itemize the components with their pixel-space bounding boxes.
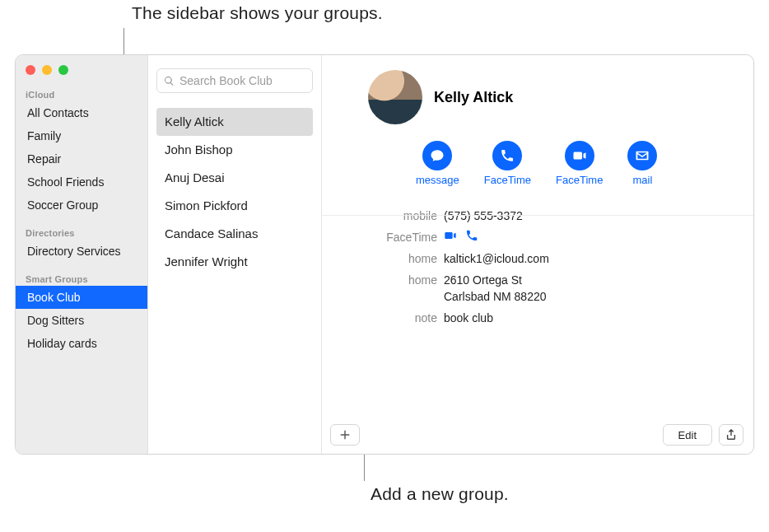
facetime-audio-button[interactable]: FaceTime (484, 141, 531, 186)
search-placeholder: Search Book Club (179, 74, 273, 87)
sidebar-item-holiday-cards[interactable]: Holiday cards (16, 332, 147, 355)
phone-icon (500, 148, 515, 163)
contact-detail-pane: Kelly Altick message FaceTime FaceTime m… (322, 55, 753, 454)
message-icon (430, 148, 445, 163)
mail-icon (635, 148, 650, 163)
close-icon[interactable] (26, 65, 35, 75)
contacts-list: Kelly Altick John Bishop Anuj Desai Simo… (156, 108, 313, 276)
detail-bottom-bar: Edit (330, 424, 743, 446)
groups-sidebar: iCloud All Contacts Family Repair School… (16, 55, 147, 454)
contacts-list-pane: Search Book Club Kelly Altick John Bisho… (147, 55, 322, 454)
field-value (444, 229, 742, 245)
phone-icon[interactable] (465, 229, 478, 242)
message-button[interactable]: message (416, 141, 459, 186)
field-facetime: FaceTime (322, 229, 742, 245)
list-item[interactable]: Anuj Desai (156, 164, 313, 192)
field-label: mobile (322, 208, 437, 224)
contact-name: Kelly Altick (434, 89, 513, 106)
field-label: FaceTime (322, 229, 437, 245)
field-note: note book club (322, 310, 742, 326)
fullscreen-icon[interactable] (58, 65, 68, 75)
contacts-window: iCloud All Contacts Family Repair School… (15, 54, 754, 455)
field-value[interactable]: kaltick1@icloud.com (444, 250, 742, 267)
field-value[interactable]: book club (444, 310, 742, 326)
sidebar-section-smart-groups: Smart Groups (16, 271, 147, 286)
contact-fields: mobile (575) 555-3372 FaceTime home kalt… (322, 208, 753, 326)
avatar[interactable] (368, 70, 422, 124)
sidebar-item-school-friends[interactable]: School Friends (16, 170, 147, 194)
list-item[interactable]: Jennifer Wright (156, 248, 313, 276)
field-label: note (322, 310, 437, 326)
action-label: mail (632, 174, 652, 186)
action-label: FaceTime (484, 174, 531, 186)
list-item[interactable]: Kelly Altick (156, 108, 313, 136)
separator (322, 215, 753, 216)
field-value[interactable]: 2610 Ortega St Carlsbad NM 88220 (444, 272, 742, 305)
sidebar-item-repair[interactable]: Repair (16, 147, 147, 170)
sidebar-item-dog-sitters[interactable]: Dog Sitters (16, 309, 147, 332)
share-button[interactable] (719, 424, 743, 446)
edit-label: Edit (678, 429, 697, 441)
window-controls (16, 62, 147, 86)
share-icon (725, 429, 737, 441)
action-label: FaceTime (556, 174, 603, 186)
sidebar-item-family[interactable]: Family (16, 124, 147, 147)
list-item[interactable]: John Bishop (156, 136, 313, 164)
sidebar-item-all-contacts[interactable]: All Contacts (16, 101, 147, 124)
sidebar-section-directories: Directories (16, 225, 147, 240)
sidebar-item-directory-services[interactable]: Directory Services (16, 240, 147, 263)
mail-button[interactable]: mail (627, 141, 657, 186)
action-label: message (416, 174, 459, 186)
contact-header: Kelly Altick (322, 55, 753, 129)
sidebar-section-icloud: iCloud (16, 86, 147, 101)
sidebar-item-book-club[interactable]: Book Club (16, 286, 147, 309)
edit-button[interactable]: Edit (663, 424, 712, 446)
callout-line (124, 28, 124, 56)
callout-add-group: Add a new group. (371, 484, 509, 504)
search-input[interactable]: Search Book Club (156, 68, 313, 93)
minimize-icon[interactable] (42, 65, 52, 75)
field-mobile: mobile (575) 555-3372 (322, 208, 742, 224)
callout-line (364, 451, 365, 481)
sidebar-item-soccer-group[interactable]: Soccer Group (16, 194, 147, 217)
video-icon[interactable] (444, 229, 457, 242)
field-label: home (322, 272, 437, 305)
contact-actions: message FaceTime FaceTime mail (322, 129, 753, 189)
video-icon (572, 148, 587, 163)
add-button[interactable] (330, 424, 360, 446)
field-address: home 2610 Ortega St Carlsbad NM 88220 (322, 272, 742, 305)
field-email: home kaltick1@icloud.com (322, 250, 742, 267)
callout-sidebar-groups: The sidebar shows your groups. (132, 3, 383, 23)
list-item[interactable]: Candace Salinas (156, 220, 313, 248)
plus-icon (339, 429, 351, 441)
field-value[interactable]: (575) 555-3372 (444, 208, 742, 224)
field-label: home (322, 250, 437, 267)
facetime-video-button[interactable]: FaceTime (556, 141, 603, 186)
list-item[interactable]: Simon Pickford (156, 192, 313, 220)
search-icon (164, 76, 175, 86)
